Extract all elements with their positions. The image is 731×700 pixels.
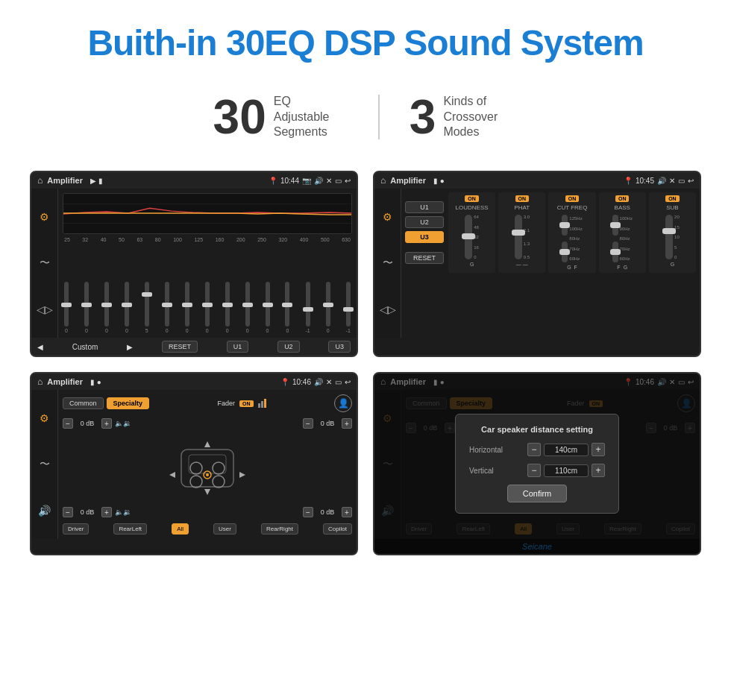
u2-cross-btn[interactable]: U2 bbox=[405, 216, 444, 228]
wave-icon[interactable]: 〜 bbox=[40, 256, 50, 270]
u2-btn[interactable]: U2 bbox=[277, 341, 300, 353]
reset-cross-btn[interactable]: RESET bbox=[405, 252, 444, 264]
bass-on[interactable]: ON bbox=[615, 195, 630, 202]
preset-row: Driver RearLeft All User RearRight Copil… bbox=[63, 523, 352, 535]
slider-4: 0 bbox=[125, 282, 129, 333]
loudness-on[interactable]: ON bbox=[465, 195, 479, 202]
rearright-btn[interactable]: RearRight bbox=[261, 523, 298, 535]
copilot-btn[interactable]: Copilot bbox=[323, 523, 352, 535]
specialty-btn[interactable]: Specialty bbox=[107, 397, 150, 409]
fader-control: Fader ON bbox=[218, 399, 266, 408]
vertical-control: − 110cm + bbox=[527, 464, 605, 477]
screen3-statusbar: ⌂ Amplifier ▮ ● 📍 10:46 🔊✕▭ ↩ bbox=[31, 373, 357, 390]
stat-crossover: 3 Kinds ofCrossover Modes bbox=[380, 93, 548, 141]
fader-label: Fader bbox=[218, 400, 236, 407]
screen1-sidebar: ⚙ 〜 ◁▷ bbox=[31, 189, 58, 338]
svg-point-7 bbox=[213, 462, 225, 474]
db-fr-plus[interactable]: + bbox=[342, 418, 352, 429]
horizontal-plus[interactable]: + bbox=[592, 443, 605, 456]
cutfreq-on[interactable]: ON bbox=[565, 195, 580, 202]
stat2-number: 3 bbox=[410, 93, 436, 141]
fader-on-badge[interactable]: ON bbox=[239, 400, 254, 407]
all-btn[interactable]: All bbox=[172, 523, 189, 535]
db-fr-minus[interactable]: − bbox=[303, 418, 313, 429]
screens-grid: ⌂ Amplifier ▶ ▮ 📍 10:44 📷 🔊 ✕ ▭ ↩ ⚙ 〜 ◁▷ bbox=[0, 163, 731, 578]
vol-side-icon2[interactable]: ◁▷ bbox=[380, 303, 396, 315]
slider-1: 0 bbox=[64, 282, 69, 333]
slider-10: 0 bbox=[245, 282, 250, 333]
db-rl-minus[interactable]: − bbox=[63, 507, 73, 517]
home-icon3[interactable]: ⌂ bbox=[37, 376, 43, 387]
eq-graph bbox=[63, 193, 352, 234]
screen2-main: U1 U2 U3 RESET ON LOUDNESS bbox=[401, 189, 700, 338]
freq-labels: 253240506380 100125160200250 32040050063… bbox=[63, 237, 352, 242]
vol-icon: 🔊 bbox=[314, 177, 323, 185]
wave-icon2[interactable]: 〜 bbox=[383, 256, 393, 270]
rearleft-btn[interactable]: RearLeft bbox=[113, 523, 147, 535]
db-fl-minus[interactable]: − bbox=[63, 418, 73, 429]
sub-ch: ON SUB 20151050 G bbox=[649, 192, 696, 273]
x-icon2: ✕ bbox=[669, 177, 675, 185]
slider-11: 0 bbox=[266, 282, 270, 333]
driver-btn[interactable]: Driver bbox=[63, 523, 89, 535]
svg-point-11 bbox=[206, 473, 209, 476]
screen1-time: 10:44 bbox=[280, 177, 299, 185]
confirm-button[interactable]: Confirm bbox=[507, 485, 568, 502]
u3-btn[interactable]: U3 bbox=[328, 341, 351, 353]
back-icon2[interactable]: ↩ bbox=[688, 177, 694, 185]
horizontal-control: − 140cm + bbox=[527, 443, 605, 456]
u1-btn[interactable]: U1 bbox=[227, 341, 249, 353]
eq-icon[interactable]: ⚙ bbox=[40, 211, 49, 223]
home-icon[interactable]: ⌂ bbox=[37, 175, 43, 186]
db-rr-minus[interactable]: − bbox=[303, 507, 313, 517]
screen1-title: Amplifier bbox=[47, 176, 83, 185]
db-fr: − 0 dB + bbox=[303, 418, 352, 429]
screen2-statusbar: ⌂ Amplifier ▮ ● 📍 10:45 🔊 ✕ ▭ ↩ bbox=[374, 172, 700, 189]
pin-icon2: 📍 bbox=[624, 177, 633, 185]
stat1-number: 30 bbox=[213, 93, 266, 141]
vertical-minus[interactable]: − bbox=[527, 464, 541, 477]
stats-row: 30 EQ AdjustableSegments 3 Kinds ofCross… bbox=[179, 93, 552, 141]
svg-marker-13 bbox=[204, 489, 210, 495]
horizontal-minus[interactable]: − bbox=[527, 443, 541, 456]
horizontal-value: 140cm bbox=[544, 444, 589, 456]
user-btn[interactable]: User bbox=[213, 523, 236, 535]
slider-12: 0 bbox=[285, 282, 289, 333]
slider-7: 0 bbox=[185, 282, 189, 333]
home-icon2[interactable]: ⌂ bbox=[380, 175, 386, 186]
db-rr-plus[interactable]: + bbox=[342, 507, 352, 517]
screen1-eq: ⌂ Amplifier ▶ ▮ 📍 10:44 📷 🔊 ✕ ▭ ↩ ⚙ 〜 ◁▷ bbox=[30, 171, 358, 357]
vertical-plus[interactable]: + bbox=[592, 464, 605, 477]
back-icon3[interactable]: ↩ bbox=[345, 378, 351, 386]
screen2-content: ⚙ 〜 ◁▷ U1 U2 U3 RESET bbox=[374, 189, 700, 338]
db-fl-plus[interactable]: + bbox=[101, 418, 112, 429]
screen3-title: Amplifier bbox=[47, 377, 83, 386]
preset-label: Custom bbox=[72, 343, 98, 351]
screen1-statusbar: ⌂ Amplifier ▶ ▮ 📍 10:44 📷 🔊 ✕ ▭ ↩ bbox=[31, 172, 357, 189]
cs-buttons: Common Specialty bbox=[63, 397, 149, 409]
phat-ch: ON PHAT 3.02.11.30.5 bbox=[498, 192, 545, 273]
screen2-time: 10:45 bbox=[636, 177, 654, 185]
screen2-crossover: ⌂ Amplifier ▮ ● 📍 10:45 🔊 ✕ ▭ ↩ ⚙ 〜 ◁▷ bbox=[373, 171, 701, 357]
distance-dialog: Car speaker distance setting Horizontal … bbox=[455, 414, 619, 514]
play-icon[interactable]: ▶ bbox=[127, 343, 133, 351]
back-icon[interactable]: ↩ bbox=[345, 177, 351, 185]
prev-icon[interactable]: ◀ bbox=[37, 343, 43, 351]
eq-icon2[interactable]: ⚙ bbox=[383, 211, 392, 223]
screen3-time: 10:46 bbox=[292, 378, 311, 386]
vol-side-icon[interactable]: ◁▷ bbox=[37, 303, 53, 315]
sub-on[interactable]: ON bbox=[665, 195, 680, 202]
person-icon: 👤 bbox=[334, 394, 352, 412]
phat-on[interactable]: ON bbox=[515, 195, 530, 202]
db-top-row: − 0 dB + 🔈🔉 − 0 dB + bbox=[63, 418, 352, 429]
slider-8: 0 bbox=[205, 282, 210, 333]
u1-cross-btn[interactable]: U1 bbox=[405, 201, 444, 213]
u3-cross-btn[interactable]: U3 bbox=[405, 231, 444, 243]
cam-icon: 📷 bbox=[302, 177, 311, 185]
screen3-content: ⚙ 〜 🔊 Common Specialty Fader ON bbox=[31, 390, 357, 539]
slider-6: 0 bbox=[165, 282, 169, 333]
slider-9: 0 bbox=[225, 282, 230, 333]
common-btn[interactable]: Common bbox=[63, 397, 104, 409]
reset-btn[interactable]: RESET bbox=[162, 341, 198, 353]
db-rl-plus[interactable]: + bbox=[101, 507, 112, 517]
